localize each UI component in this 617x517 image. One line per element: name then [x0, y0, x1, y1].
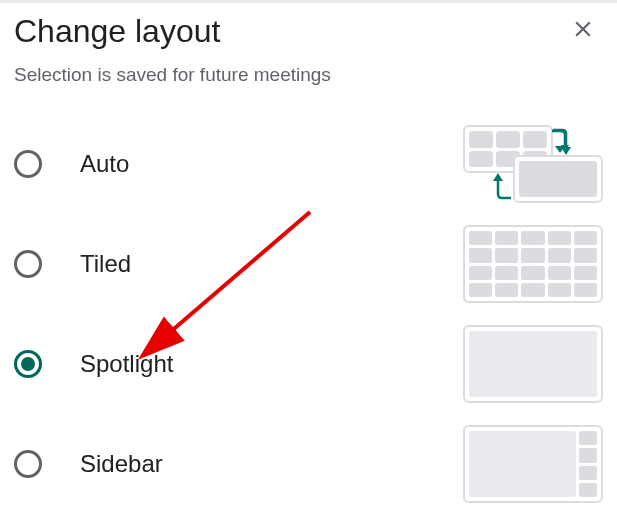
layout-option-spotlight[interactable]: Spotlight: [14, 314, 603, 414]
radio-auto[interactable]: [14, 150, 42, 178]
layout-option-tiled[interactable]: Tiled: [14, 214, 603, 314]
layout-option-auto[interactable]: Auto: [14, 114, 603, 214]
thumbnail-tiled: [463, 225, 603, 303]
option-label-spotlight: Spotlight: [80, 350, 173, 378]
radio-sidebar[interactable]: [14, 450, 42, 478]
thumbnail-spotlight: [463, 325, 603, 403]
dialog-subtitle: Selection is saved for future meetings: [14, 64, 603, 86]
option-label-sidebar: Sidebar: [80, 450, 163, 478]
option-label-tiled: Tiled: [80, 250, 131, 278]
close-button[interactable]: [569, 15, 597, 43]
layout-option-sidebar[interactable]: Sidebar: [14, 414, 603, 514]
dialog-title: Change layout: [14, 13, 220, 50]
thumbnail-auto: [463, 125, 603, 203]
swap-down-arrow-icon: [551, 127, 571, 157]
thumbnail-sidebar: [463, 425, 603, 503]
swap-up-arrow-icon: [493, 171, 513, 201]
close-icon: [570, 16, 596, 42]
svg-marker-1: [493, 173, 503, 181]
radio-tiled[interactable]: [14, 250, 42, 278]
svg-marker-0: [561, 147, 571, 155]
radio-spotlight[interactable]: [14, 350, 42, 378]
option-label-auto: Auto: [80, 150, 129, 178]
